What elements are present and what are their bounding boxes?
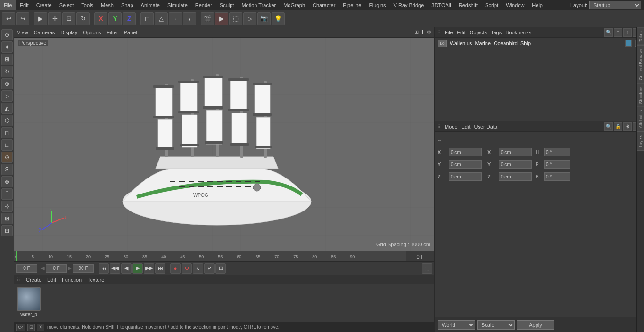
ls-btn-11[interactable]: ⊘ xyxy=(1,152,13,163)
preview-button[interactable]: ⊞ xyxy=(215,263,226,274)
vp-menu-view[interactable]: View xyxy=(17,30,28,35)
menu-motion-tracker[interactable]: Motion Tracker xyxy=(238,0,280,10)
menu-create[interactable]: Create xyxy=(33,0,56,10)
layout-dropdown[interactable]: Startup xyxy=(589,1,641,9)
om-search-btn[interactable]: 🔍 xyxy=(604,28,613,37)
undo-button[interactable]: ↩ xyxy=(2,12,15,25)
status-icon-2[interactable]: ⊡ xyxy=(27,324,35,331)
goto-start-button[interactable]: ⏮ xyxy=(99,263,109,274)
ls-btn-4[interactable]: ↻ xyxy=(1,66,13,77)
attr-h-val[interactable] xyxy=(544,148,570,156)
attr-z-val2[interactable] xyxy=(499,172,532,181)
mat-menu-create[interactable]: Create xyxy=(26,277,41,283)
vp-menu-cameras[interactable]: Cameras xyxy=(34,30,55,35)
vp-icon-move[interactable]: ✛ xyxy=(421,29,425,35)
world-dropdown[interactable]: World Object Local xyxy=(438,320,475,330)
water-material-preview[interactable] xyxy=(17,287,41,311)
om-menu-file[interactable]: File xyxy=(445,30,453,35)
rotate-tool-button[interactable]: ↻ xyxy=(76,12,90,25)
tab-layers[interactable]: Layers xyxy=(637,131,644,151)
attr-lock-btn[interactable]: 🔒 xyxy=(614,122,622,131)
vp-menu-options[interactable]: Options xyxy=(83,30,101,35)
vp-icon-maximize[interactable]: ⊞ xyxy=(414,29,419,35)
mat-menu-function[interactable]: Function xyxy=(62,277,82,283)
render-view-button[interactable]: 🎬 xyxy=(201,12,214,25)
camera-button[interactable]: 📷 xyxy=(257,12,271,25)
vp-menu-panel[interactable]: Panel xyxy=(124,30,137,35)
menu-plugins[interactable]: Plugins xyxy=(365,0,389,10)
axis-z-button[interactable]: Z xyxy=(123,12,136,25)
ls-btn-14[interactable]: ⌒ xyxy=(1,188,13,200)
scale-tool-button[interactable]: ⊡ xyxy=(62,12,75,25)
status-icon-3[interactable]: ✕ xyxy=(37,324,44,331)
ls-btn-16[interactable]: ⊠ xyxy=(1,213,13,224)
mat-menu-texture[interactable]: Texture xyxy=(87,277,104,283)
om-arrow-up-btn[interactable]: ↑ xyxy=(623,28,632,37)
attr-p-val[interactable] xyxy=(544,160,570,169)
menu-file[interactable]: File xyxy=(0,0,16,10)
render-button[interactable]: ▶ xyxy=(215,12,228,25)
pc-arrow-right[interactable]: ▶ xyxy=(68,266,72,271)
select-tool-button[interactable]: ▶ xyxy=(34,12,47,25)
move-tool-button[interactable]: ✛ xyxy=(48,12,61,25)
menu-tools[interactable]: Tools xyxy=(77,0,97,10)
ls-btn-5[interactable]: ⊕ xyxy=(1,78,13,89)
ls-btn-1[interactable]: ⊙ xyxy=(1,29,13,40)
apply-button[interactable]: Apply xyxy=(517,320,554,330)
tab-takes[interactable]: Takes xyxy=(637,27,644,45)
pc-arrow-left[interactable]: ◀ xyxy=(41,266,45,271)
om-filter-btn[interactable]: ≡ xyxy=(614,28,622,37)
attr-z-val1[interactable] xyxy=(449,172,482,181)
menu-edit[interactable]: Edit xyxy=(16,0,33,10)
attr-y-val2[interactable] xyxy=(499,160,532,169)
ls-btn-17[interactable]: ⊟ xyxy=(1,225,13,236)
frame-end-input[interactable] xyxy=(73,264,94,273)
menu-animate[interactable]: Animate xyxy=(137,0,164,10)
water-material-item[interactable]: water_p xyxy=(17,287,41,317)
attr-settings-btn[interactable]: ⚙ xyxy=(623,122,632,131)
menu-mesh[interactable]: Mesh xyxy=(97,0,117,10)
scale-dropdown[interactable]: Scale Position Rotation xyxy=(477,320,515,330)
menu-render[interactable]: Render xyxy=(191,0,216,10)
auto-key-button[interactable]: ⊙ xyxy=(182,263,192,274)
playback-button[interactable]: ▷ xyxy=(243,12,256,25)
vp-menu-filter[interactable]: Filter xyxy=(107,30,118,35)
frame-start-input[interactable] xyxy=(16,264,37,273)
ls-btn-12[interactable]: S xyxy=(1,164,13,175)
play-forward-button[interactable]: ▶ xyxy=(132,263,143,274)
frame-current-input[interactable] xyxy=(46,264,67,273)
om-menu-edit[interactable]: Edit xyxy=(457,30,466,35)
attr-x-val1[interactable] xyxy=(449,148,482,156)
menu-vray[interactable]: V-Ray Bridge xyxy=(390,0,428,10)
menu-mograph[interactable]: MoGraph xyxy=(280,0,309,10)
playback-mode-button[interactable]: P xyxy=(204,263,215,274)
edge-mode-button[interactable]: / xyxy=(183,12,196,25)
attr-b-val[interactable] xyxy=(544,172,570,181)
ls-btn-15[interactable]: ⊹ xyxy=(1,201,13,212)
tab-attributes[interactable]: Attributes xyxy=(637,107,644,131)
om-menu-bookmarks[interactable]: Bookmarks xyxy=(505,30,531,35)
extra-btn-1[interactable]: ⬚ xyxy=(422,263,432,274)
ls-btn-8[interactable]: ⬡ xyxy=(1,115,13,126)
play-back-button[interactable]: ◀ xyxy=(121,263,132,274)
menu-simulate[interactable]: Simulate xyxy=(164,0,191,10)
timeline-ruler[interactable]: 0 5 10 15 20 25 30 35 40 45 50 55 60 65 … xyxy=(14,251,406,261)
menu-sculpt[interactable]: Sculpt xyxy=(216,0,238,10)
step-back-button[interactable]: ◀◀ xyxy=(110,263,120,274)
ls-btn-2[interactable]: ✦ xyxy=(1,41,13,53)
ls-btn-7[interactable]: ◭ xyxy=(1,103,13,114)
key-all-button[interactable]: K xyxy=(193,263,203,274)
ls-btn-13[interactable]: ⊛ xyxy=(1,176,13,187)
menu-select[interactable]: Select xyxy=(56,0,78,10)
goto-end-button[interactable]: ⏭ xyxy=(155,263,165,274)
menu-character[interactable]: Character xyxy=(309,0,339,10)
viewport[interactable]: View Cameras Display Options Filter Pane… xyxy=(14,27,434,251)
vp-icon-settings[interactable]: ⚙ xyxy=(427,29,431,35)
point-mode-button[interactable]: · xyxy=(169,12,182,25)
attr-menu-mode[interactable]: Mode xyxy=(445,124,458,130)
redo-button[interactable]: ↪ xyxy=(16,12,29,25)
render-region-button[interactable]: ⬚ xyxy=(229,12,242,25)
attr-search-btn[interactable]: 🔍 xyxy=(604,122,613,131)
menu-snap[interactable]: Snap xyxy=(117,0,137,10)
om-object-row[interactable]: L0 Wallenius_Marine_Oceanbird_Ship xyxy=(435,38,644,49)
